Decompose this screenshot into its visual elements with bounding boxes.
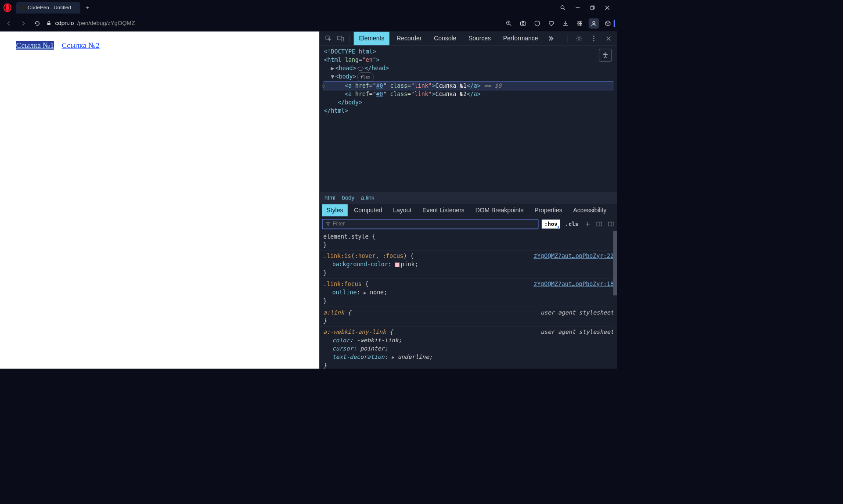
window-controls	[558, 3, 612, 12]
svg-rect-27	[341, 37, 343, 41]
heart-icon[interactable]	[546, 18, 556, 28]
tab-dom-breakpoints[interactable]: DOM Breakpoints	[471, 204, 528, 216]
browser-tab[interactable]: CodePen - Untitled	[16, 2, 80, 13]
search-tabs-icon[interactable]	[558, 3, 567, 12]
page-link-2[interactable]: Ссылка №2	[61, 41, 99, 50]
addressbar: cdpn.io/pen/debug/zYgOQMZ	[0, 15, 617, 32]
rule-block[interactable]: element.style { }	[320, 231, 617, 251]
url-domain: cdpn.io	[55, 20, 74, 26]
svg-point-24	[593, 21, 595, 23]
new-tab-button[interactable]: +	[83, 3, 92, 12]
tab-favicon	[20, 5, 25, 11]
new-rule-icon[interactable]	[584, 220, 592, 228]
tab-performance[interactable]: Performance	[498, 32, 543, 45]
dom-line[interactable]: ▼<body>flex	[324, 72, 613, 81]
settings-icon[interactable]	[574, 33, 584, 43]
minimize-button[interactable]	[573, 3, 582, 12]
dom-line[interactable]: <!DOCTYPE html>	[324, 47, 613, 56]
breadcrumb-item[interactable]: html	[324, 194, 335, 201]
scrollbar[interactable]	[613, 231, 617, 369]
page-content: Ссылка №1 Ссылка №2	[0, 32, 319, 369]
tab-styles[interactable]: Styles	[322, 204, 347, 216]
dom-line[interactable]: <a href="#0" class="link">Ссылка №2</a>	[324, 90, 613, 98]
dom-line[interactable]: </html>	[324, 107, 613, 115]
svg-point-2	[561, 6, 564, 9]
svg-point-34	[605, 53, 606, 54]
tab-layout[interactable]: Layout	[389, 204, 416, 216]
svg-point-23	[580, 24, 581, 25]
cls-toggle[interactable]: .cls	[563, 219, 580, 228]
lock-icon	[46, 20, 52, 26]
ua-label: user agent stylesheet	[540, 308, 614, 317]
svg-line-10	[510, 24, 512, 26]
hov-toggle[interactable]: :hov	[542, 219, 560, 228]
breadcrumb-item[interactable]: body	[342, 194, 355, 201]
page-link-1[interactable]: Ссылка №1	[16, 41, 54, 50]
shield-icon[interactable]	[532, 18, 542, 28]
svg-point-29	[593, 36, 594, 37]
accessibility-tree-icon[interactable]	[599, 49, 612, 61]
tab-console[interactable]: Console	[429, 32, 461, 45]
titlebar: CodePen - Untitled +	[0, 0, 617, 15]
download-icon[interactable]	[560, 18, 570, 28]
source-link[interactable]: zYgOQMZ?aut…opPboZyr:18	[533, 280, 613, 288]
tab-elements[interactable]: Elements	[354, 32, 389, 45]
kebab-icon[interactable]	[589, 33, 599, 43]
panel-layout-icon[interactable]	[607, 220, 615, 228]
snapshot-icon[interactable]	[518, 18, 528, 28]
tab-properties[interactable]: Properties	[530, 204, 567, 216]
tab-title: CodePen - Untitled	[28, 5, 71, 11]
url-path: /pen/debug/zYgOQMZ	[77, 20, 135, 26]
tab-recorder[interactable]: Recorder	[391, 32, 427, 45]
filter-input[interactable]	[333, 221, 535, 227]
filter-input-wrap[interactable]	[322, 219, 538, 229]
profile-button[interactable]	[589, 18, 599, 28]
tab-sources[interactable]: Sources	[463, 32, 496, 45]
back-button[interactable]	[4, 18, 14, 28]
devtools-header: Elements Recorder Console Sources Perfor…	[320, 32, 617, 46]
maximize-button[interactable]	[588, 3, 597, 12]
tab-accessibility[interactable]: Accessibility	[569, 204, 611, 216]
svg-point-31	[593, 40, 594, 41]
breadcrumb: html body a.link	[320, 192, 617, 204]
tab-computed[interactable]: Computed	[349, 204, 387, 216]
device-toolbar-icon[interactable]	[335, 33, 346, 43]
close-button[interactable]	[603, 3, 612, 12]
reload-button[interactable]	[32, 18, 42, 28]
tab-event-listeners[interactable]: Event Listeners	[418, 204, 469, 216]
opera-logo[interactable]	[3, 3, 12, 13]
rule-block[interactable]: zYgOQMZ?aut…opPboZyr:22 .link:is(:hover,…	[320, 251, 617, 279]
dom-line-selected[interactable]: <a href="#0" class="link">Ссылка №1</a> …	[324, 82, 613, 90]
zoom-icon[interactable]	[504, 18, 514, 28]
url-area[interactable]: cdpn.io/pen/debug/zYgOQMZ	[46, 20, 135, 26]
svg-point-28	[578, 37, 580, 39]
breadcrumb-item[interactable]: a.link	[361, 194, 375, 201]
more-tabs-icon[interactable]	[545, 33, 555, 43]
easy-setup-icon[interactable]	[574, 18, 584, 28]
svg-rect-5	[591, 7, 594, 10]
inspect-element-icon[interactable]	[323, 33, 333, 43]
filter-icon	[326, 222, 330, 226]
styles-body[interactable]: element.style { } zYgOQMZ?aut…opPboZyr:2…	[320, 231, 617, 369]
svg-point-1	[6, 4, 9, 11]
dom-line[interactable]: <html lang="en">	[324, 56, 613, 64]
rule-block[interactable]: user agent stylesheet a:link { }	[320, 307, 617, 327]
svg-point-22	[578, 23, 580, 24]
svg-rect-8	[47, 23, 50, 25]
dom-line[interactable]: </body>	[324, 98, 613, 107]
dom-line[interactable]: ▶<head></head>	[324, 64, 613, 72]
svg-rect-39	[608, 222, 613, 226]
dom-tree[interactable]: <!DOCTYPE html> <html lang="en"> ▶<head>…	[320, 46, 617, 192]
svg-point-14	[522, 22, 524, 24]
rule-block[interactable]: user agent stylesheet a:-webkit-any-link…	[320, 326, 617, 369]
filter-row: :hov .cls	[320, 217, 617, 231]
devtools-panel: Elements Recorder Console Sources Perfor…	[319, 32, 617, 369]
svg-point-30	[593, 38, 594, 39]
rule-block[interactable]: zYgOQMZ?aut…opPboZyr:18 .link:focus { ou…	[320, 279, 617, 307]
svg-point-21	[580, 21, 581, 22]
forward-button[interactable]	[18, 18, 28, 28]
cube-icon[interactable]	[603, 18, 613, 28]
computed-toggle-icon[interactable]	[595, 220, 603, 228]
source-link[interactable]: zYgOQMZ?aut…opPboZyr:22	[533, 252, 613, 260]
close-devtools-icon[interactable]	[603, 33, 613, 43]
